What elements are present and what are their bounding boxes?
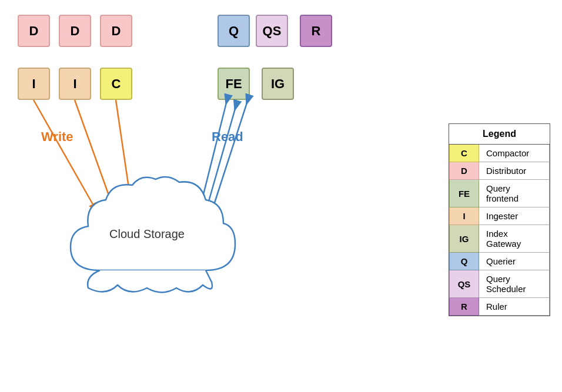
box-d1: D [18,15,50,47]
legend-abbr-fe: FE [450,180,479,207]
legend-label-i: Ingester [479,207,550,225]
box-i2: I [59,68,91,100]
box-fe1: FE [218,68,250,100]
legend-label-c: Compactor [479,145,550,162]
read-label: Read [212,129,243,145]
legend-container: Legend CCompactorDDistributorFEQuery fro… [449,123,550,316]
box-d2: D [59,15,91,47]
legend-title: Legend [450,124,550,145]
legend-abbr-i: I [450,207,479,225]
legend-label-d: Distributor [479,162,550,180]
box-r1: R [300,15,332,47]
cloud-storage: Cloud Storage [53,170,241,302]
box-i1: I [18,68,50,100]
legend-abbr-d: D [450,162,479,180]
box-d3: D [100,15,132,47]
legend-label-qs: Query Scheduler [479,270,550,298]
legend-abbr-q: Q [450,253,479,270]
legend-label-ig: Index Gateway [479,225,550,253]
legend-row-d: DDistributor [450,162,550,180]
legend-row-q: QQuerier [450,253,550,270]
box-q1: Q [218,15,250,47]
box-ig1: IG [262,68,294,100]
legend-abbr-qs: QS [450,270,479,298]
box-qs1: QS [256,15,288,47]
legend-label-q: Querier [479,253,550,270]
legend-label-r: Ruler [479,298,550,316]
legend-row-i: IIngester [450,207,550,225]
legend-row-ig: IGIndex Gateway [450,225,550,253]
legend-abbr-ig: IG [450,225,479,253]
legend-abbr-c: C [450,145,479,162]
legend-row-qs: QSQuery Scheduler [450,270,550,298]
legend-abbr-r: R [450,298,479,316]
diagram-area: DDDIICQQSRFEIG Write Read [0,0,353,392]
write-label: Write [41,129,73,145]
svg-text:Cloud Storage: Cloud Storage [109,227,185,240]
legend-row-fe: FEQuery frontend [450,180,550,207]
legend-row-c: CCompactor [450,145,550,162]
box-c1: C [100,68,132,100]
legend-label-fe: Query frontend [479,180,550,207]
legend-row-r: RRuler [450,298,550,316]
